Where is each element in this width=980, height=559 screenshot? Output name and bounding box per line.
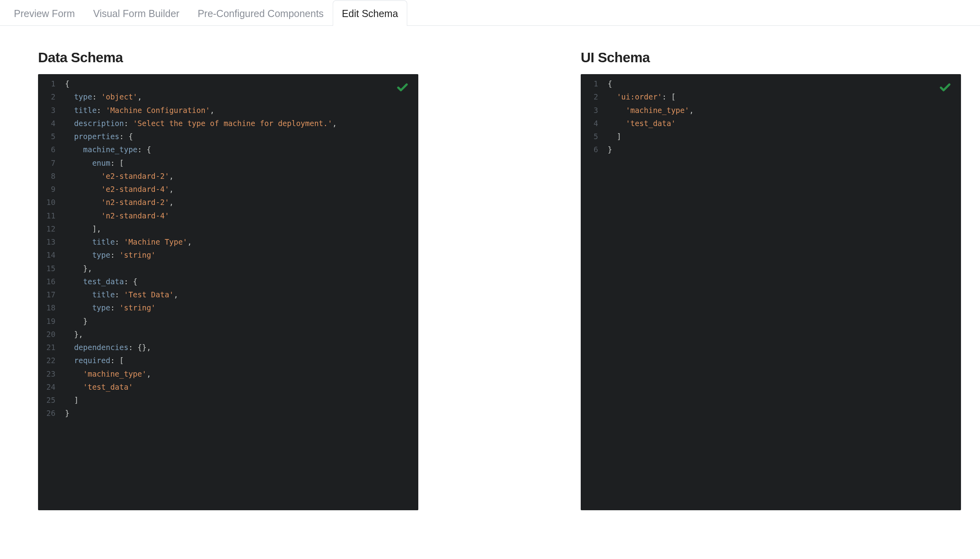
main-content: Data Schema 1 2 3 4 5 6 7 8 9 10 11 12 1…: [0, 26, 980, 534]
ui-schema-code[interactable]: { 'ui:order': [ 'machine_type', 'test_da…: [608, 77, 961, 507]
check-icon: [939, 81, 951, 98]
data-schema-gutter: 1 2 3 4 5 6 7 8 9 10 11 12 13 14 15 16 1…: [38, 77, 65, 507]
tab-pre-configured-components[interactable]: Pre-Configured Components: [189, 0, 333, 26]
ui-schema-title: UI Schema: [581, 50, 961, 65]
data-schema-title: Data Schema: [38, 50, 418, 65]
check-icon: [396, 81, 409, 98]
ui-schema-editor[interactable]: 1 2 3 4 5 6 { 'ui:order': [ 'machine_typ…: [581, 74, 961, 510]
tab-preview-form[interactable]: Preview Form: [5, 0, 84, 26]
ui-schema-gutter: 1 2 3 4 5 6: [581, 77, 608, 507]
tab-edit-schema[interactable]: Edit Schema: [333, 0, 407, 26]
data-schema-code[interactable]: { type: 'object', title: 'Machine Config…: [65, 77, 418, 507]
data-schema-panel: Data Schema 1 2 3 4 5 6 7 8 9 10 11 12 1…: [38, 50, 418, 510]
data-schema-editor[interactable]: 1 2 3 4 5 6 7 8 9 10 11 12 13 14 15 16 1…: [38, 74, 418, 510]
tab-visual-form-builder[interactable]: Visual Form Builder: [84, 0, 189, 26]
ui-schema-panel: UI Schema 1 2 3 4 5 6 { 'ui:order': [ 'm…: [581, 50, 961, 510]
tabs-bar: Preview Form Visual Form Builder Pre-Con…: [0, 0, 980, 26]
